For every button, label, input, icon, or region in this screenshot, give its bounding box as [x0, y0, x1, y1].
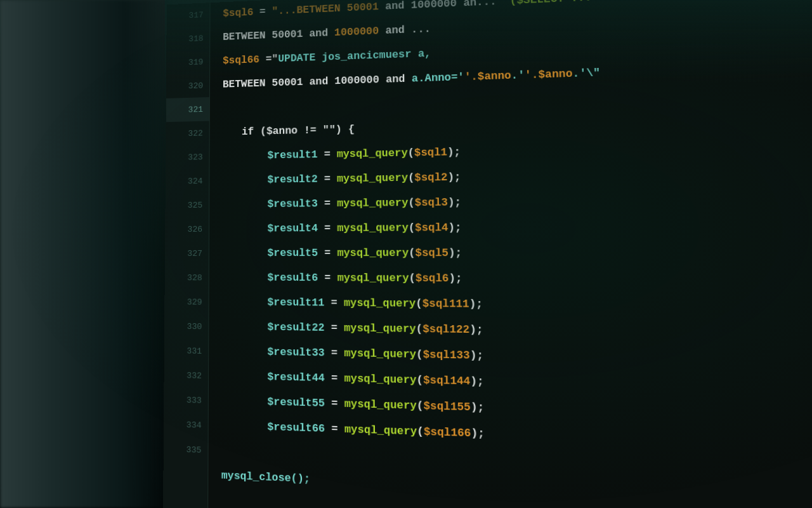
line-num-321: 321	[166, 97, 209, 122]
code-token: "...BETWEEN 50001	[272, 1, 385, 18]
code-token: (	[416, 298, 422, 310]
code-token: ="	[259, 53, 278, 65]
code-token: =	[325, 322, 344, 334]
code-token: mysql_query	[344, 373, 416, 387]
code-token: mysql_query	[337, 197, 409, 210]
code-token: $result66	[267, 421, 325, 435]
code-token: and	[385, 0, 405, 12]
line-num-334: 334	[164, 411, 208, 438]
code-token: =	[318, 272, 337, 284]
code-token: $result55	[267, 396, 325, 410]
code-token: ...	[405, 23, 431, 36]
code-token: mysql_query	[337, 172, 408, 185]
code-token: $sql2	[414, 171, 447, 184]
code-token: );	[447, 171, 461, 184]
line-num-322: 322	[166, 121, 209, 146]
line-num-325: 325	[165, 193, 209, 217]
code-token: mysql_query	[344, 398, 417, 412]
line-num-323: 323	[166, 145, 209, 170]
code-token: (	[409, 222, 416, 234]
code-token: =	[253, 6, 272, 18]
line-num-317: 317	[167, 3, 210, 28]
code-token: =	[318, 149, 337, 161]
code-token: mysql_query	[344, 424, 417, 438]
code-token: $result11	[267, 297, 324, 309]
code-token: BETWEEN 50001	[223, 76, 310, 90]
code-token: mysql_query	[337, 272, 409, 284]
code-token: (	[417, 426, 424, 439]
code-token: =	[318, 173, 337, 185]
code-token: 1000000	[328, 25, 385, 39]
line-num-320: 320	[166, 74, 209, 98]
code-token: );	[449, 247, 462, 259]
line-num-330: 330	[164, 314, 208, 338]
left-edge-blur	[0, 0, 178, 508]
code-token: $result22	[267, 321, 324, 334]
code-token: );	[449, 272, 462, 284]
code-token: );	[471, 427, 485, 440]
code-token: (	[416, 375, 423, 387]
code-content: $sql6 = "...BETWEEN 50001 and 1000000 an…	[208, 0, 812, 508]
code-token: $sql122	[422, 323, 469, 336]
code-token: $sql133	[423, 349, 470, 361]
code-token: );	[448, 222, 461, 234]
line-num-332: 332	[164, 363, 208, 388]
code-token: $result4	[267, 223, 318, 235]
code-token: );	[448, 197, 461, 209]
code-token: mysql_query	[337, 222, 409, 234]
code-token: .'\"	[572, 67, 600, 80]
code-token: (	[408, 197, 415, 209]
code-token: mysql_query	[344, 297, 416, 310]
code-token: 1000000	[328, 74, 386, 88]
code-token: =	[318, 248, 337, 260]
code-token: (	[409, 248, 416, 260]
code-token: $sql111	[422, 298, 469, 311]
code-token: mysql_query	[344, 323, 416, 335]
line-num-327: 327	[165, 241, 209, 265]
code-token: (	[408, 172, 415, 184]
line-num-324: 324	[166, 169, 209, 194]
code-token: and	[386, 74, 405, 86]
code-token: (	[416, 349, 423, 361]
code-token: $result3	[267, 198, 317, 210]
code-line-327: $result5 = mysql_query ( $sql5 );	[209, 239, 812, 267]
code-token: $sql3	[415, 197, 448, 209]
code-token: $sql166	[424, 426, 471, 440]
code-token: $sql6	[223, 7, 253, 20]
code-token: $result2	[267, 173, 317, 185]
code-token: =	[324, 297, 344, 309]
code-token: $result5	[267, 248, 318, 259]
line-num-319: 319	[166, 50, 209, 75]
code-token: =	[325, 373, 344, 385]
code-token: $sql144	[423, 375, 471, 388]
code-token: (	[408, 147, 415, 159]
code-token: and	[309, 27, 328, 39]
code-token: UPDATE jos_ancicmuesr a,	[278, 48, 431, 65]
line-num-331: 331	[164, 338, 209, 364]
code-token: 1000000 an...	[404, 0, 496, 11]
code-token: $sql155	[423, 400, 471, 413]
line-num-326: 326	[165, 217, 209, 241]
code-token: and	[385, 25, 405, 37]
code-token: $result33	[267, 346, 324, 359]
code-token: );	[447, 147, 461, 159]
code-editor-area: 317 318 319 320 321 322 323 324 325 326 …	[163, 0, 812, 508]
code-token: =	[318, 223, 337, 235]
code-token: );	[469, 324, 483, 336]
line-numbers-gutter: 317 318 319 320 321 322 323 324 325 326 …	[163, 3, 211, 508]
code-token: $sql1	[414, 147, 447, 159]
code-token: BETWEEN 50001	[223, 29, 309, 43]
line-num-333: 333	[164, 387, 208, 413]
code-token: '.$anno	[525, 68, 573, 81]
code-token: );	[470, 350, 484, 363]
code-token: mysql_query	[337, 147, 408, 160]
line-num-335: 335	[164, 436, 208, 463]
screen: 317 318 319 320 321 322 323 324 325 326 …	[0, 0, 812, 508]
code-token: );	[471, 401, 485, 414]
line-num-318: 318	[166, 26, 209, 51]
code-token: =	[318, 198, 337, 210]
code-token: =	[325, 347, 344, 359]
line-num-328: 328	[165, 265, 209, 290]
code-token: );	[470, 375, 484, 388]
code-token: );	[469, 298, 483, 311]
